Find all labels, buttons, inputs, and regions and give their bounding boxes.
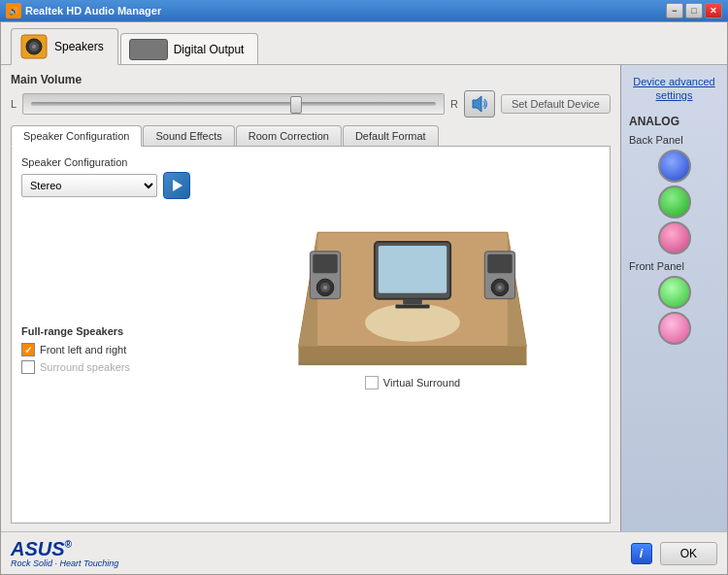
tab-default-format[interactable]: Default Format bbox=[343, 125, 439, 146]
asus-logo: ASUS® Rock Solid · Heart Touching bbox=[11, 539, 118, 568]
ok-button[interactable]: OK bbox=[660, 542, 717, 565]
app-icon: 🔊 bbox=[6, 3, 21, 18]
speaker-stage-svg bbox=[277, 156, 548, 370]
surround-row: Surround speakers bbox=[21, 360, 215, 374]
speaker-config-label: Speaker Configuration bbox=[21, 156, 215, 168]
tab-speaker-configuration[interactable]: Speaker Configuration bbox=[11, 125, 142, 147]
analog-title: ANALOG bbox=[629, 115, 719, 128]
full-range-section: Full-range Speakers ✓ Front left and rig… bbox=[21, 325, 215, 378]
virtual-surround-label: Virtual Surround bbox=[383, 377, 460, 389]
back-panel-connector-pink[interactable] bbox=[658, 221, 691, 254]
analog-section: ANALOG Back Panel Front Panel bbox=[629, 115, 719, 522]
front-lr-row: ✓ Front left and right bbox=[21, 343, 215, 356]
left-panel: Main Volume L R Set bbox=[1, 65, 620, 531]
window-title: Realtek HD Audio Manager bbox=[25, 5, 666, 17]
slider-track bbox=[31, 102, 436, 106]
back-panel-label: Back Panel bbox=[629, 134, 719, 146]
maximize-button[interactable]: □ bbox=[685, 3, 703, 18]
play-button[interactable] bbox=[163, 172, 190, 199]
slider-thumb[interactable] bbox=[290, 96, 302, 114]
set-default-button[interactable]: Set Default Device bbox=[501, 94, 611, 114]
front-lr-checkbox[interactable]: ✓ bbox=[21, 343, 35, 356]
config-select-row: Stereo Quadraphonic 5.1 Speaker 7.1 Spea… bbox=[21, 172, 215, 199]
svg-point-3 bbox=[32, 45, 36, 49]
svg-point-6 bbox=[365, 304, 460, 342]
asus-brand: ASUS® bbox=[11, 539, 72, 558]
svg-rect-9 bbox=[299, 347, 527, 366]
device-advanced-link[interactable]: Device advanced settings bbox=[629, 75, 719, 103]
svg-rect-21 bbox=[379, 246, 447, 293]
digital-output-tab-label: Digital Output bbox=[174, 43, 245, 56]
svg-rect-11 bbox=[313, 254, 337, 274]
volume-row: L R Set Default Device bbox=[11, 90, 611, 118]
virtual-surround-row: Virtual Surround bbox=[365, 376, 460, 389]
volume-section: Main Volume L R Set bbox=[11, 73, 611, 118]
right-sidebar: Device advanced settings ANALOG Back Pan… bbox=[620, 65, 727, 531]
front-panel-label: Front Panel bbox=[629, 260, 719, 272]
svg-marker-4 bbox=[473, 96, 481, 112]
surround-label: Surround speakers bbox=[40, 361, 130, 373]
close-button[interactable]: ✕ bbox=[705, 3, 722, 18]
back-panel-connector-green[interactable] bbox=[658, 186, 691, 219]
main-window: Speakers Digital Output Main Volume L R bbox=[0, 21, 728, 575]
sub-tabs: Speaker Configuration Sound Effects Room… bbox=[11, 125, 611, 146]
tab-digital-output[interactable]: Digital Output bbox=[120, 33, 259, 64]
svg-point-19 bbox=[498, 286, 502, 289]
bottom-bar: ASUS® Rock Solid · Heart Touching i OK bbox=[1, 531, 727, 574]
tab-speakers[interactable]: Speakers bbox=[11, 28, 118, 65]
volume-title: Main Volume bbox=[11, 73, 611, 86]
tab-room-correction[interactable]: Room Correction bbox=[236, 125, 342, 146]
window-controls: − □ ✕ bbox=[666, 3, 722, 18]
mute-button[interactable] bbox=[464, 90, 495, 118]
svg-rect-16 bbox=[487, 254, 512, 274]
info-button[interactable]: i bbox=[631, 543, 652, 564]
surround-checkbox[interactable] bbox=[21, 360, 35, 374]
front-panel-connector-pink[interactable] bbox=[658, 312, 691, 345]
content-box: Speaker Configuration Stereo Quadraphoni… bbox=[11, 146, 611, 524]
svg-rect-22 bbox=[403, 299, 422, 305]
tab-sound-effects[interactable]: Sound Effects bbox=[143, 125, 234, 146]
asus-tagline: Rock Solid · Heart Touching bbox=[11, 558, 118, 568]
speaker-icon bbox=[469, 94, 490, 114]
front-panel-connector-green[interactable] bbox=[658, 276, 691, 309]
back-panel-connector-blue[interactable] bbox=[658, 150, 691, 183]
volume-left-label: L bbox=[11, 98, 17, 110]
speaker-diagram: Virtual Surround bbox=[225, 156, 600, 513]
title-bar: 🔊 Realtek HD Audio Manager − □ ✕ bbox=[0, 0, 728, 21]
virtual-surround-checkbox[interactable] bbox=[365, 376, 379, 389]
bottom-right: i OK bbox=[631, 542, 717, 565]
check-icon: ✓ bbox=[24, 345, 32, 355]
full-range-title: Full-range Speakers bbox=[21, 325, 215, 337]
volume-slider[interactable] bbox=[22, 93, 445, 115]
speaker-tab-icon bbox=[19, 33, 49, 60]
digital-output-icon bbox=[129, 39, 168, 60]
speaker-config-select[interactable]: Stereo Quadraphonic 5.1 Speaker 7.1 Spea… bbox=[21, 174, 157, 197]
speakers-tab-label: Speakers bbox=[54, 40, 104, 53]
play-icon bbox=[173, 180, 182, 191]
content-area: Main Volume L R Set bbox=[1, 65, 727, 531]
front-lr-label: Front left and right bbox=[40, 344, 126, 355]
volume-right-label: R bbox=[450, 98, 458, 110]
device-tabs: Speakers Digital Output bbox=[1, 22, 727, 65]
svg-point-14 bbox=[323, 286, 327, 289]
minimize-button[interactable]: − bbox=[666, 3, 683, 18]
svg-rect-23 bbox=[395, 305, 429, 309]
trademark-icon: ® bbox=[65, 539, 72, 550]
config-left: Speaker Configuration Stereo Quadraphoni… bbox=[21, 156, 215, 513]
